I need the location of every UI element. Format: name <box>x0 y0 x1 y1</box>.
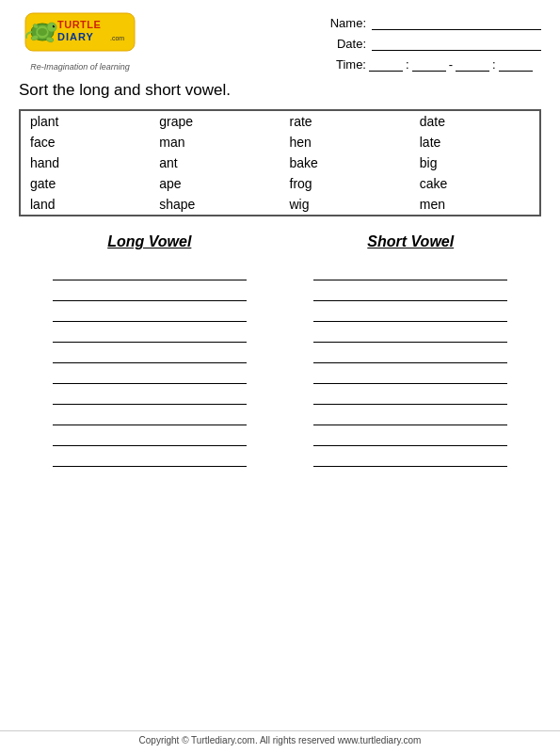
table-cell: ant <box>150 152 280 173</box>
time-sep-2: - <box>449 57 453 72</box>
instructions: Sort the long and short vowel. <box>19 81 541 100</box>
svg-point-4 <box>47 23 56 32</box>
table-cell: gate <box>20 173 150 194</box>
answer-line-wrapper <box>290 284 533 305</box>
short-vowel-col: Short Vowel <box>280 233 542 471</box>
answer-line-wrapper <box>28 284 271 305</box>
date-row: Date: <box>327 36 541 51</box>
answer-write-line[interactable] <box>53 422 247 425</box>
long-vowel-col: Long Vowel <box>19 233 280 471</box>
table-cell: big <box>410 152 540 173</box>
table-cell: bake <box>280 152 410 173</box>
svg-point-6 <box>54 25 55 26</box>
table-cell: rate <box>280 110 410 132</box>
svg-point-5 <box>53 25 55 27</box>
answer-write-line[interactable] <box>53 401 247 405</box>
table-cell: grape <box>150 110 280 132</box>
svg-text:.com: .com <box>110 35 124 41</box>
answer-write-line[interactable] <box>313 463 507 467</box>
answer-line-wrapper <box>290 429 533 450</box>
table-cell: cake <box>410 173 540 194</box>
short-vowel-lines <box>290 264 533 471</box>
word-table: plantgraperatedatefacemanhenlatehandantb… <box>19 109 541 216</box>
form-fields: Name: Date: Time: : - : <box>327 11 541 72</box>
date-label: Date: <box>327 37 366 51</box>
table-cell: frog <box>280 173 410 194</box>
answer-write-line[interactable] <box>53 380 247 384</box>
answer-write-line[interactable] <box>53 442 247 446</box>
long-vowel-title: Long Vowel <box>107 233 191 250</box>
table-cell: land <box>20 194 150 216</box>
svg-point-3 <box>38 28 47 36</box>
answer-section: Long Vowel Short Vowel <box>19 233 541 471</box>
answer-write-line[interactable] <box>313 277 507 280</box>
answer-write-line[interactable] <box>53 463 247 467</box>
answer-write-line[interactable] <box>53 277 247 280</box>
answer-write-line[interactable] <box>313 380 507 384</box>
svg-text:DIARY: DIARY <box>57 31 94 42</box>
answer-write-line[interactable] <box>313 297 507 301</box>
header: TURTLE DIARY .com Re-Imagination of lear… <box>19 11 541 72</box>
name-label: Name: <box>327 16 366 30</box>
answer-line-wrapper <box>290 346 533 367</box>
short-vowel-title: Short Vowel <box>367 233 454 250</box>
logo-area: TURTLE DIARY .com Re-Imagination of lear… <box>19 11 141 72</box>
logo-box: TURTLE DIARY .com Re-Imagination of lear… <box>19 11 141 72</box>
table-cell: late <box>410 132 540 152</box>
name-line[interactable] <box>372 15 541 30</box>
answer-write-line[interactable] <box>53 297 247 301</box>
table-row: gateapefrogcake <box>20 173 540 194</box>
table-cell: man <box>150 132 280 152</box>
time-line-4[interactable] <box>499 56 533 72</box>
name-row: Name: <box>327 15 541 30</box>
footer-text: Copyright © Turtlediary.com. All rights … <box>139 735 422 745</box>
table-row: landshapewigmen <box>20 194 540 216</box>
time-sep-1: : <box>406 57 409 72</box>
table-row: handantbakebig <box>20 152 540 173</box>
table-cell: plant <box>20 110 150 132</box>
answer-line-wrapper <box>290 305 533 326</box>
answer-write-line[interactable] <box>53 360 247 363</box>
footer: Copyright © Turtlediary.com. All rights … <box>0 730 560 745</box>
long-vowel-lines <box>28 264 271 471</box>
svg-text:TURTLE: TURTLE <box>57 19 101 30</box>
answer-line-wrapper <box>290 367 533 388</box>
answer-write-line[interactable] <box>313 422 507 425</box>
answer-line-wrapper <box>28 450 271 471</box>
answer-line-wrapper <box>290 409 533 429</box>
answer-write-line[interactable] <box>313 401 507 405</box>
answer-write-line[interactable] <box>53 339 247 343</box>
answer-write-line[interactable] <box>313 360 507 363</box>
answer-line-wrapper <box>28 409 271 429</box>
answer-line-wrapper <box>28 264 271 284</box>
answer-line-wrapper <box>28 346 271 367</box>
table-cell: shape <box>150 194 280 216</box>
table-cell: men <box>410 194 540 216</box>
table-cell: date <box>410 110 540 132</box>
answer-line-wrapper <box>28 388 271 409</box>
table-row: facemanhenlate <box>20 132 540 152</box>
table-cell: ape <box>150 173 280 194</box>
table-cell: hen <box>280 132 410 152</box>
logo-tagline: Re-Imagination of learning <box>30 62 130 72</box>
time-label: Time: <box>327 57 366 72</box>
answer-write-line[interactable] <box>313 339 507 343</box>
answer-write-line[interactable] <box>313 318 507 322</box>
answer-line-wrapper <box>290 264 533 284</box>
answer-line-wrapper <box>290 450 533 471</box>
table-cell: face <box>20 132 150 152</box>
answer-line-wrapper <box>290 388 533 409</box>
time-line-3[interactable] <box>456 56 489 72</box>
answer-write-line[interactable] <box>53 318 247 322</box>
table-row: plantgraperatedate <box>20 110 540 132</box>
table-cell: hand <box>20 152 150 173</box>
turtlediary-logo: TURTLE DIARY .com <box>24 11 136 60</box>
answer-line-wrapper <box>28 305 271 326</box>
answer-write-line[interactable] <box>313 442 507 446</box>
time-sep-3: : <box>492 57 496 72</box>
page: TURTLE DIARY .com Re-Imagination of lear… <box>0 0 560 753</box>
time-line-2[interactable] <box>412 56 446 72</box>
time-line-1[interactable] <box>369 56 403 72</box>
table-cell: wig <box>280 194 410 216</box>
date-line[interactable] <box>372 36 541 51</box>
